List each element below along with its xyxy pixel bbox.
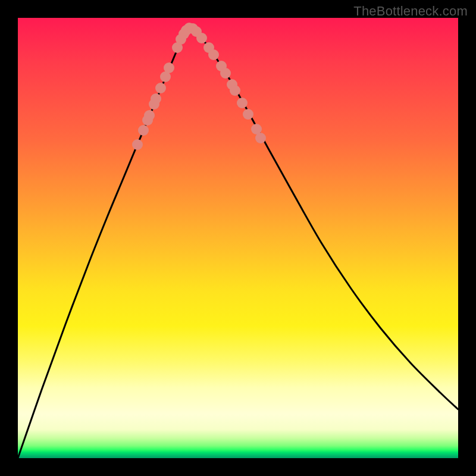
- chart-plot-area: [18, 18, 458, 458]
- chart-frame: TheBottleneck.com: [0, 0, 476, 476]
- curve-marker: [144, 110, 155, 121]
- curve-marker: [155, 83, 166, 93]
- curve-marker: [243, 109, 253, 120]
- curve-marker: [220, 68, 231, 79]
- curve-marker: [138, 125, 149, 136]
- curve-marker: [255, 133, 266, 143]
- curve-marker: [132, 139, 143, 150]
- curve-marker: [164, 62, 174, 73]
- curve-marker: [196, 33, 207, 43]
- curve-marker: [237, 98, 248, 108]
- curve-markers: [132, 23, 266, 150]
- curve-marker: [230, 85, 240, 96]
- curve-marker: [208, 49, 219, 60]
- chart-svg: [18, 18, 458, 458]
- watermark-text: TheBottleneck.com: [353, 4, 468, 19]
- curve-marker: [151, 93, 161, 104]
